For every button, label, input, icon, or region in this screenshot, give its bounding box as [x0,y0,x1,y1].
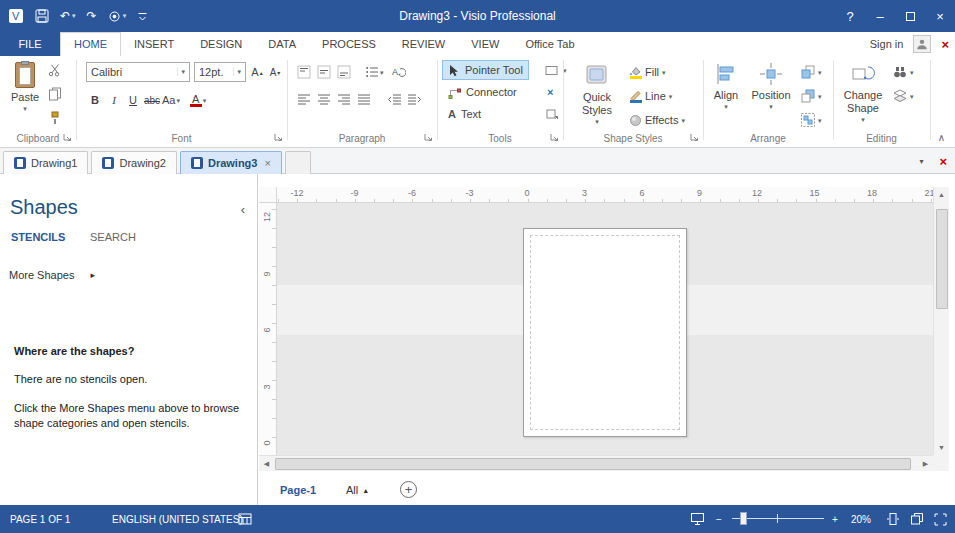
page-tab-page-1[interactable]: Page-1 [280,484,316,496]
ribbon-tab-design[interactable]: DESIGN [187,32,255,56]
bullets-button[interactable]: ▾ [365,62,384,82]
strikethrough-button[interactable]: abc [143,90,161,110]
fill-dropdown-icon[interactable]: ▾ [662,68,666,77]
zoom-in-button[interactable]: + [832,505,838,533]
find-select-button[interactable]: ▾ [893,62,914,82]
format-painter-button[interactable] [48,108,62,128]
language-indicator[interactable]: ENGLISH (UNITED STATES) [112,505,243,533]
insert-page-button[interactable]: + [400,481,417,498]
tools-dialog-launcher[interactable] [550,133,559,142]
quick-styles-dropdown-icon[interactable]: ▾ [595,117,599,126]
connector-tool-button[interactable]: Connector [442,82,523,102]
change-shape-button[interactable]: Change Shape ▾ [837,60,889,124]
document-tab-close-icon[interactable]: × [264,157,270,169]
increase-indent-button[interactable] [405,90,423,110]
scroll-up-icon[interactable]: ▲ [934,187,949,202]
align-left-button[interactable] [295,90,313,110]
clipboard-dialog-launcher[interactable] [63,133,72,142]
pointer-tool-button[interactable]: Pointer Tool [442,60,529,80]
visio-app-icon[interactable]: V [8,8,24,24]
ribbon-tab-file[interactable]: FILE [0,32,60,56]
paragraph-dialog-launcher[interactable] [424,133,433,142]
bold-button[interactable]: B [86,90,104,110]
paste-dropdown-icon[interactable]: ▾ [23,104,27,113]
send-to-back-button[interactable]: ▾ [801,86,822,106]
new-tab-stub[interactable] [285,151,311,174]
vertical-scrollbar[interactable]: ▲ ▼ [933,187,949,455]
ribbon-tab-data[interactable]: DATA [255,32,309,56]
collapse-ribbon-icon[interactable]: ∧ [938,132,945,143]
customize-qat-icon[interactable] [137,11,148,22]
bullets-dropdown-icon[interactable]: ▾ [380,68,384,77]
font-family-combo[interactable]: Calibri ▾ [86,62,190,82]
justify-button[interactable] [355,90,373,110]
sign-in-link[interactable]: Sign in [870,38,904,50]
undo-dropdown-icon[interactable]: ▾ [72,12,76,20]
quick-styles-button[interactable]: Quick Styles ▾ [569,60,625,126]
tab-list-dropdown-icon[interactable]: ▾ [919,157,923,166]
redo-button[interactable]: ↷ [87,9,97,23]
align-bottom-button[interactable] [335,62,353,82]
ribbon-tab-office-tab[interactable]: Office Tab [512,32,587,56]
fit-page-window-icon[interactable] [886,505,900,533]
drawing-page[interactable] [523,228,687,437]
layers-dropdown-icon[interactable]: ▾ [910,92,914,101]
tab-stencils[interactable]: STENCILS [11,231,65,243]
text-tool-button[interactable]: A Text [442,104,487,124]
line-dropdown-icon[interactable]: ▾ [669,92,673,101]
shape-styles-dialog-launcher[interactable] [690,133,699,142]
shrink-font-button[interactable]: A▾ [266,62,284,82]
position-dropdown-icon[interactable]: ▾ [769,102,773,111]
grow-font-button[interactable]: A▴ [248,62,266,82]
paste-button[interactable]: Paste ▾ [4,60,46,113]
text-block-tool-button[interactable] [539,104,564,124]
text-direction-button[interactable]: A [390,62,408,82]
change-shape-dropdown-icon[interactable]: ▾ [861,115,865,124]
touch-mode-button[interactable]: ▾ [108,10,127,23]
decrease-indent-button[interactable] [385,90,403,110]
font-family-dropdown-icon[interactable]: ▾ [177,68,185,76]
align-button[interactable]: Align ▾ [707,60,745,111]
fill-button[interactable]: Fill ▾ [629,62,666,82]
document-tab-drawing2[interactable]: Drawing2 [91,151,176,174]
align-dropdown-icon[interactable]: ▾ [724,102,728,111]
font-size-combo[interactable]: 12pt. ▾ [194,62,246,82]
copy-button[interactable] [48,84,62,104]
zoom-slider[interactable] [732,505,824,533]
full-screen-icon[interactable] [934,505,947,533]
document-tab-drawing3[interactable]: Drawing3× [180,151,282,174]
bring-to-front-button[interactable]: ▾ [801,62,822,82]
line-button[interactable]: Line ▾ [629,86,672,106]
switch-windows-icon[interactable] [910,505,924,533]
horizontal-scroll-thumb[interactable] [275,458,911,470]
align-right-button[interactable] [335,90,353,110]
close-button[interactable]: × [925,0,955,32]
more-shapes-button[interactable]: More Shapes ▸ [9,269,95,281]
send-to-back-dropdown-icon[interactable]: ▾ [818,92,822,101]
help-button[interactable]: ? [835,0,865,32]
touch-mode-dropdown-icon[interactable]: ▾ [123,12,127,20]
restore-button[interactable] [895,0,925,32]
ribbon-tab-process[interactable]: PROCESS [309,32,389,56]
grid-icon[interactable] [238,505,252,533]
align-center-button[interactable] [315,90,333,110]
zoom-level[interactable]: 20% [851,505,871,533]
cut-button[interactable] [48,60,62,80]
scroll-down-icon[interactable]: ▼ [934,440,949,455]
align-top-button[interactable] [295,62,313,82]
save-icon[interactable] [35,9,49,23]
close-tab-icon[interactable]: × [939,154,947,169]
ribbon-tab-view[interactable]: VIEW [458,32,512,56]
position-button[interactable]: Position ▾ [747,60,795,111]
italic-button[interactable]: I [105,90,123,110]
vertical-scroll-thumb[interactable] [936,209,948,309]
avatar[interactable] [913,35,931,53]
presentation-mode-icon[interactable] [690,505,705,533]
zoom-slider-thumb[interactable] [740,512,747,525]
close-document-icon[interactable]: × [941,37,949,52]
tab-search[interactable]: SEARCH [90,231,136,243]
minimize-button[interactable]: – [865,0,895,32]
ribbon-tab-insert[interactable]: INSERT [121,32,187,56]
ribbon-tab-home[interactable]: HOME [60,32,121,56]
document-tab-drawing1[interactable]: Drawing1 [3,151,88,174]
